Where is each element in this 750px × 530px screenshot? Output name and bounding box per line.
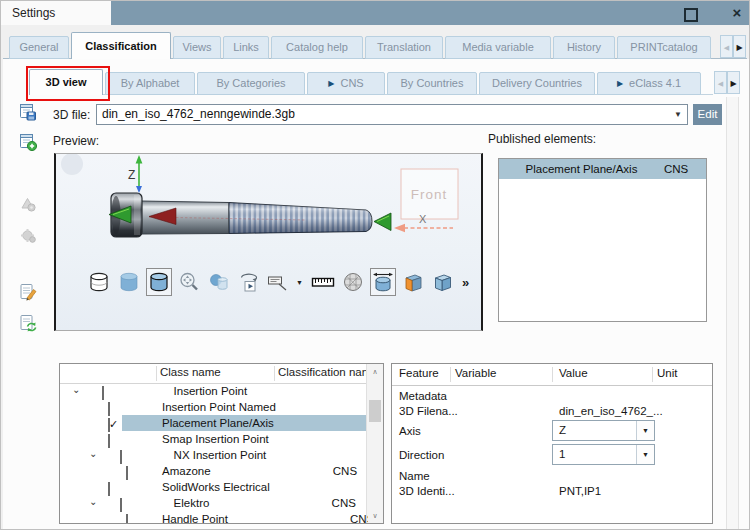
tab-history[interactable]: History xyxy=(553,36,615,59)
transparency-icon[interactable] xyxy=(206,268,232,296)
chevron-down-icon[interactable]: ▼ xyxy=(674,105,682,124)
row-checkbox[interactable] xyxy=(108,482,110,496)
tab-delivery-countries[interactable]: Delivery Countries xyxy=(479,72,595,95)
column-class-name: Class name xyxy=(160,366,221,378)
class-name-cell: Amazone xyxy=(162,465,211,477)
close-button[interactable]: × xyxy=(728,3,746,23)
column-classification-name: Classification nan xyxy=(278,366,366,378)
export-disabled-icon xyxy=(18,194,38,214)
class-tree-panel: Class name Classification nan ⌄ Insertio… xyxy=(59,363,384,524)
scroll-up-icon[interactable]: ∧ xyxy=(367,364,383,379)
tree-header: Class name Classification nan xyxy=(60,364,366,384)
edit-document-icon[interactable] xyxy=(18,282,38,302)
feature-value: PNT,IP1 xyxy=(559,485,601,497)
annotation-tool-icon[interactable] xyxy=(266,268,292,296)
expand-chevron-icon[interactable]: ⌄ xyxy=(89,496,97,507)
tree-row[interactable]: ⌄ NX Insertion Point CNS xyxy=(60,447,368,463)
check-icon: ✓ xyxy=(109,416,118,432)
column-unit: Unit xyxy=(657,367,677,379)
ruler-icon[interactable] xyxy=(310,268,336,296)
tab-by-alphabet[interactable]: By Alphabet xyxy=(105,72,195,95)
tab-by-countries[interactable]: By Countries xyxy=(387,72,477,95)
tree-row[interactable]: SolidWorks Electrical CNS xyxy=(60,479,368,495)
section-view-icon[interactable] xyxy=(400,268,426,296)
tab-catalog-help[interactable]: Catalog help xyxy=(271,36,363,59)
rotate-animation-icon[interactable] xyxy=(236,268,262,296)
expand-chevron-icon[interactable]: ⌄ xyxy=(89,448,97,459)
tree-row-selected[interactable]: ✓ Placement Plane/Axis CNS xyxy=(60,415,368,431)
svg-text:Z: Z xyxy=(128,168,135,182)
annotation-dropdown-icon[interactable]: ▼ xyxy=(296,279,306,286)
chevron-down-icon[interactable]: ▼ xyxy=(636,445,654,464)
page-scrollbar-track[interactable] xyxy=(726,97,739,530)
class-name-cell: Elektro xyxy=(174,497,210,509)
tree-row[interactable]: Smap Insertion Point CNS xyxy=(60,431,368,447)
tab-media-variable[interactable]: Media variable xyxy=(445,36,551,59)
add-form-icon[interactable] xyxy=(18,132,38,152)
shaded-view-icon[interactable] xyxy=(116,268,142,296)
published-elements-label: Published elements: xyxy=(488,132,596,146)
refresh-document-icon[interactable] xyxy=(18,313,38,333)
tree-row[interactable]: ⌄ Insertion Point CNS xyxy=(60,383,368,399)
tab-eclass[interactable]: ▶eClass 4.1 xyxy=(597,72,701,95)
open-form-icon[interactable] xyxy=(18,102,38,122)
3d-file-combobox[interactable]: din_en_iso_4762_nenngewinde.3gb ▼ xyxy=(96,104,688,125)
scroll-right-icon[interactable]: ▶ xyxy=(727,71,740,94)
class-name-cell: Placement Plane/Axis xyxy=(162,417,274,429)
row-checkbox[interactable] xyxy=(108,434,110,448)
row-checkbox[interactable] xyxy=(120,498,122,512)
more-tools-icon[interactable]: » xyxy=(460,275,469,290)
scroll-left-icon[interactable]: ◀ xyxy=(714,71,727,94)
tab-by-categories[interactable]: By Categories xyxy=(197,72,305,95)
row-checkbox[interactable] xyxy=(126,466,128,480)
zoom-fit-icon[interactable] xyxy=(176,268,202,296)
titlebar[interactable]: Settings × xyxy=(1,1,750,25)
row-checkbox[interactable] xyxy=(108,402,110,416)
mesh-quality-icon[interactable] xyxy=(340,268,366,296)
row-checkbox[interactable] xyxy=(102,386,104,400)
tab-cns[interactable]: ▶CNS xyxy=(307,72,385,95)
tree-scrollbar[interactable]: ∧ ∨ xyxy=(366,364,383,523)
tree-row-clipped[interactable]: Handle Point CNS xyxy=(60,511,368,523)
tab-classification[interactable]: Classification xyxy=(71,32,171,59)
preview-toolbar: ▼ » xyxy=(86,268,469,296)
dimension-view-icon[interactable] xyxy=(370,268,396,296)
tree-row[interactable]: ⌄ Elektro CNS xyxy=(60,495,368,511)
main-tabstrip: General Classification Views Links Catal… xyxy=(9,32,711,59)
feature-name: 3D Filena... xyxy=(399,405,458,417)
maximize-button[interactable] xyxy=(684,8,698,22)
published-elements-list[interactable]: Placement Plane/Axis CNS xyxy=(498,158,707,322)
chevron-down-icon[interactable]: ▼ xyxy=(636,421,654,440)
tab-general[interactable]: General xyxy=(9,36,69,59)
scroll-left-icon[interactable]: ◀ xyxy=(720,35,733,58)
wireframe-view-icon[interactable] xyxy=(86,268,112,296)
tree-row[interactable]: Insertion Point Named CNS xyxy=(60,399,368,415)
tab-arrow-icon: ▶ xyxy=(328,79,334,88)
column-variable: Variable xyxy=(455,367,496,379)
scroll-down-icon[interactable]: ∨ xyxy=(367,508,383,523)
preview-canvas[interactable]: Front Z xyxy=(56,154,481,267)
published-row[interactable]: Placement Plane/Axis CNS xyxy=(499,159,706,179)
tab-printcatalog[interactable]: PRINTcatalog xyxy=(617,36,711,59)
class-name-cell: SolidWorks Electrical xyxy=(162,481,270,493)
row-checkbox[interactable] xyxy=(120,450,122,464)
axis-dropdown[interactable]: Z ▼ xyxy=(552,420,655,441)
edit-button[interactable]: Edit xyxy=(693,104,722,125)
tab-links[interactable]: Links xyxy=(223,36,269,59)
published-classification: CNS xyxy=(664,159,706,179)
row-checkbox[interactable] xyxy=(126,514,128,523)
feature-table-panel: Feature Variable Value Unit Metadata 3D … xyxy=(391,363,713,524)
scrollbar-thumb[interactable] xyxy=(369,400,381,422)
tab-3d-view[interactable]: 3D view xyxy=(29,69,103,95)
shaded-edges-view-icon[interactable] xyxy=(146,268,172,296)
tab-views[interactable]: Views xyxy=(173,36,221,59)
expand-chevron-icon[interactable]: ⌄ xyxy=(72,384,80,395)
row-checkbox-checked[interactable]: ✓ xyxy=(108,418,110,432)
direction-dropdown[interactable]: 1 ▼ xyxy=(552,444,655,465)
solid-cube-view-icon[interactable] xyxy=(430,268,456,296)
tabstrip1-scroll: ◀ ▶ xyxy=(720,35,746,58)
tree-row[interactable]: Amazone CNS xyxy=(60,463,368,479)
class-name-cell: Insertion Point xyxy=(174,385,248,397)
tab-translation[interactable]: Translation xyxy=(365,36,443,59)
scroll-right-icon[interactable]: ▶ xyxy=(733,35,746,58)
